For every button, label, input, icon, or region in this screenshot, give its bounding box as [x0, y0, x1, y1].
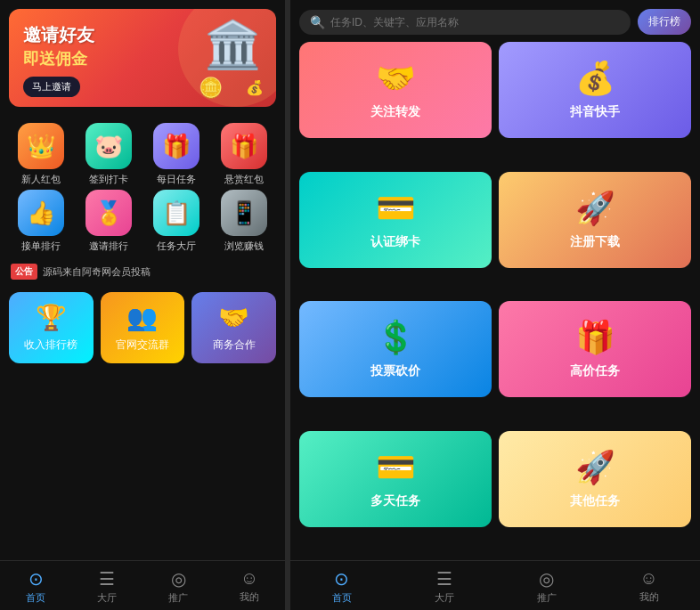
- cat-label-0: 关注转发: [370, 104, 420, 120]
- right-tab-home[interactable]: ⊙ 首页: [290, 561, 393, 610]
- trophy-icon: 🏆: [36, 303, 67, 332]
- cat-label-4: 投票砍价: [370, 363, 420, 379]
- right-tab-home-label: 首页: [332, 591, 352, 605]
- banner-button[interactable]: 马上邀请: [23, 77, 80, 97]
- left-tab-promote-label: 推广: [168, 591, 188, 605]
- quick-item-3[interactable]: 🎁 悬赏红包: [212, 123, 276, 186]
- cat-card-guanzhu[interactable]: 🤝 关注转发: [299, 42, 492, 138]
- quick-icon-renwu: 🎁: [153, 123, 199, 169]
- quick-icon-qiandao: 🐷: [85, 123, 132, 169]
- quick-item-4[interactable]: 👍 接单排行: [9, 190, 73, 253]
- quick-item-7[interactable]: 📱 浏览赚钱: [212, 190, 276, 253]
- qita-icon: 🚀: [575, 449, 615, 486]
- zhuce-icon: 🚀: [575, 190, 615, 227]
- quick-grid: 👑 新人红包 🐷 签到打卡 🎁 每日任务 🎁 悬赏红包 👍 接单排行 🏅 邀请排…: [0, 116, 285, 260]
- handshake-icon: 🤝: [218, 303, 249, 332]
- quick-label-1: 签到打卡: [89, 173, 128, 186]
- hall-icon: ☰: [99, 568, 115, 590]
- invite-banner[interactable]: 邀请好友 即送佣金 马上邀请 🏛️ 🪙 💰: [9, 9, 276, 107]
- category-grid: 🤝 关注转发 💰 抖音快手 💳 认证绑卡 🚀 注册下载 💲 投票砍价 🎁 高价任…: [290, 42, 700, 553]
- action-card-group[interactable]: 👥 官网交流群: [101, 292, 185, 363]
- right-panel: 🔍 排行榜 🤝 关注转发 💰 抖音快手 💳 认证绑卡 🚀 注册下载 💲 投票砍价…: [290, 0, 700, 610]
- quick-label-3: 悬赏红包: [224, 173, 264, 186]
- quick-icon-jiedan: 👍: [18, 190, 64, 236]
- right-tab-hall[interactable]: ☰ 大厅: [393, 561, 495, 610]
- banner-coin2: 💰: [246, 79, 264, 96]
- right-tab-hall-label: 大厅: [435, 591, 454, 605]
- banner-icon: 🏛️: [204, 18, 262, 72]
- cat-label-1: 抖音快手: [570, 104, 620, 120]
- banner-coin1: 🪙: [199, 77, 223, 100]
- quick-icon-datang: 📋: [153, 190, 199, 236]
- quick-icon-xuanshang: 🎁: [221, 123, 267, 169]
- gaojia-icon: 🎁: [575, 319, 615, 356]
- cat-label-2: 认证绑卡: [370, 234, 420, 250]
- quick-icon-liulan: 📱: [221, 190, 267, 236]
- cat-card-qita[interactable]: 🚀 其他任务: [499, 431, 691, 527]
- quick-icon-yaoqing: 🏅: [85, 190, 132, 236]
- cat-card-toupiao[interactable]: 💲 投票砍价: [299, 301, 492, 397]
- home-icon: ⊙: [28, 568, 44, 590]
- cat-label-3: 注册下载: [570, 234, 620, 250]
- quick-item-6[interactable]: 📋 任务大厅: [144, 190, 208, 253]
- right-hall-icon: ☰: [436, 568, 452, 590]
- renzheng-icon: 💳: [376, 190, 416, 227]
- search-input-wrap[interactable]: 🔍: [299, 10, 631, 35]
- cat-card-duotian[interactable]: 💳 多天任务: [299, 431, 492, 527]
- quick-label-7: 浏览赚钱: [224, 240, 264, 253]
- quick-item-0[interactable]: 👑 新人红包: [9, 123, 73, 186]
- action-card-label-1: 官网交流群: [116, 338, 169, 353]
- quick-label-0: 新人红包: [21, 173, 61, 186]
- right-tab-promote-label: 推广: [537, 591, 557, 605]
- left-tab-hall[interactable]: ☰ 大厅: [71, 561, 142, 610]
- right-tab-promote[interactable]: ◎ 推广: [495, 561, 598, 610]
- left-tab-mine[interactable]: ☺ 我的: [214, 561, 285, 610]
- left-tab-home[interactable]: ⊙ 首页: [0, 561, 71, 610]
- quick-icon-xinren: 👑: [18, 123, 64, 169]
- cat-label-7: 其他任务: [570, 493, 620, 509]
- cat-card-douyin[interactable]: 💰 抖音快手: [499, 42, 691, 138]
- left-tab-home-label: 首页: [26, 591, 45, 605]
- notice-text: 源码来自阿奇网会员投稿: [43, 265, 151, 279]
- duotian-icon: 💳: [376, 449, 416, 486]
- left-bottom-tabs: ⊙ 首页 ☰ 大厅 ◎ 推广 ☺ 我的: [0, 560, 285, 610]
- quick-label-5: 邀请排行: [89, 240, 128, 253]
- right-tab-mine[interactable]: ☺ 我的: [598, 561, 700, 610]
- cat-card-renzheng[interactable]: 💳 认证绑卡: [299, 172, 492, 268]
- promote-icon: ◎: [171, 568, 186, 590]
- cat-label-5: 高价任务: [570, 363, 620, 379]
- mine-icon: ☺: [240, 568, 258, 589]
- quick-label-2: 每日任务: [157, 173, 196, 186]
- action-card-ranking[interactable]: 🏆 收入排行榜: [9, 292, 94, 363]
- action-card-label-2: 商务合作: [213, 338, 256, 353]
- notice-bar: 公告 源码来自阿奇网会员投稿: [0, 260, 285, 283]
- left-panel: 邀请好友 即送佣金 马上邀请 🏛️ 🪙 💰 👑 新人红包 🐷 签到打卡 🎁 每日…: [0, 0, 285, 610]
- left-tab-promote[interactable]: ◎ 推广: [142, 561, 214, 610]
- right-mine-icon: ☺: [639, 568, 657, 589]
- quick-label-4: 接单排行: [21, 240, 61, 253]
- quick-label-6: 任务大厅: [157, 240, 196, 253]
- cat-card-zhuce[interactable]: 🚀 注册下载: [499, 172, 691, 268]
- right-promote-icon: ◎: [539, 568, 554, 590]
- quick-item-5[interactable]: 🏅 邀请排行: [77, 190, 141, 253]
- action-cards: 🏆 收入排行榜 👥 官网交流群 🤝 商务合作: [0, 285, 285, 370]
- group-icon: 👥: [126, 303, 158, 332]
- action-card-business[interactable]: 🤝 商务合作: [191, 292, 276, 363]
- toupiao-icon: 💲: [376, 319, 416, 356]
- left-tab-hall-label: 大厅: [97, 591, 117, 605]
- search-icon: 🔍: [310, 15, 325, 29]
- quick-item-2[interactable]: 🎁 每日任务: [144, 123, 208, 186]
- action-card-label-0: 收入排行榜: [24, 338, 77, 353]
- quick-item-1[interactable]: 🐷 签到打卡: [77, 123, 141, 186]
- cat-label-6: 多天任务: [370, 493, 420, 509]
- right-bottom-tabs: ⊙ 首页 ☰ 大厅 ◎ 推广 ☺ 我的: [290, 560, 700, 610]
- notice-tag: 公告: [11, 264, 37, 280]
- left-tab-mine-label: 我的: [240, 590, 259, 604]
- ranking-button[interactable]: 排行榜: [638, 9, 691, 35]
- guanzhu-icon: 🤝: [376, 60, 416, 97]
- cat-card-gaojia[interactable]: 🎁 高价任务: [499, 301, 691, 397]
- search-bar: 🔍 排行榜: [290, 0, 700, 42]
- douyin-icon: 💰: [575, 60, 615, 97]
- search-input[interactable]: [330, 16, 620, 28]
- right-tab-mine-label: 我的: [639, 590, 659, 604]
